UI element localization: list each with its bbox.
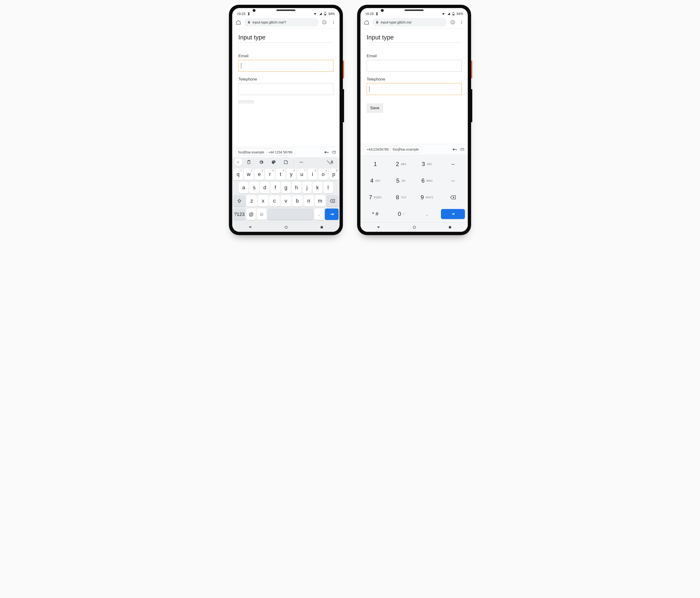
nav-keyboard-hide-icon[interactable]: [248, 225, 252, 229]
svg-point-5: [333, 21, 334, 21]
key-g[interactable]: g: [281, 182, 291, 193]
opkey[interactable]: .: [415, 207, 439, 221]
numkey-0[interactable]: 0+: [389, 207, 413, 221]
volume-button[interactable]: [343, 89, 344, 122]
key-e[interactable]: e3: [254, 169, 264, 180]
key-d[interactable]: d: [260, 182, 270, 193]
key-icon[interactable]: [452, 147, 457, 152]
palette-icon[interactable]: [268, 160, 279, 165]
space-key[interactable]: [441, 173, 465, 188]
svg-point-8: [325, 151, 326, 153]
key-z[interactable]: z: [247, 195, 257, 207]
svg-point-30: [461, 21, 462, 21]
key-v[interactable]: v: [281, 195, 291, 207]
autofill-chip[interactable]: +44123456789 foo@bar.example: [363, 146, 422, 153]
nav-recent-icon[interactable]: [320, 225, 324, 229]
key-b[interactable]: b: [292, 195, 302, 207]
key-n[interactable]: n: [303, 195, 314, 207]
volume-button[interactable]: [471, 89, 472, 122]
key-t[interactable]: t5: [276, 169, 285, 180]
svg-point-18: [274, 162, 275, 163]
telephone-field[interactable]: [239, 83, 333, 95]
key-q[interactable]: q1: [233, 169, 243, 180]
mic-off-icon[interactable]: [326, 160, 338, 165]
home-icon[interactable]: [235, 20, 242, 25]
autofill-chip[interactable]: foo@bar.example +44 1234 56789: [235, 149, 296, 156]
sticker-icon[interactable]: [280, 160, 292, 165]
page-title: Input type: [367, 34, 461, 43]
svg-point-16: [273, 161, 274, 161]
power-button[interactable]: [343, 60, 344, 78]
key-i[interactable]: i8: [308, 169, 318, 180]
space-key[interactable]: [267, 208, 314, 220]
key-x[interactable]: x: [258, 195, 268, 207]
key-y[interactable]: y6: [286, 169, 296, 180]
numkey-8[interactable]: 8TUV: [389, 190, 413, 205]
nav-keyboard-hide-icon[interactable]: [376, 225, 381, 229]
save-button[interactable]: Save: [367, 103, 383, 113]
key-l[interactable]: l: [323, 182, 333, 193]
numkey-2[interactable]: 2ABC: [389, 157, 413, 172]
numkey-1[interactable]: 1: [363, 157, 387, 172]
key-h[interactable]: h: [292, 182, 301, 193]
emoji-key[interactable]: ☺: [257, 208, 267, 220]
gear-icon[interactable]: [255, 160, 267, 165]
home-icon[interactable]: [363, 20, 370, 25]
key-s[interactable]: s: [249, 182, 259, 193]
key-m[interactable]: m: [315, 195, 325, 207]
opkey[interactable]: * #: [363, 207, 387, 221]
browser-toolbar: input-type.glitch.me/? :D: [232, 16, 340, 28]
nav-recent-icon[interactable]: [448, 225, 452, 229]
svg-point-32: [461, 23, 462, 24]
numkey-6[interactable]: 6MNO: [415, 173, 439, 188]
key-o[interactable]: o9: [318, 169, 328, 180]
more-icon[interactable]: [458, 20, 465, 24]
more-dots-icon[interactable]: [296, 160, 307, 165]
enter-key[interactable]: [325, 208, 339, 220]
key-p[interactable]: p0: [329, 169, 339, 180]
numkey-7[interactable]: 7PQRS: [363, 190, 387, 205]
address-bar[interactable]: input-type.glitch.me/?: [244, 18, 319, 27]
svg-point-20: [301, 162, 302, 163]
dino-icon[interactable]: :D: [321, 20, 328, 25]
nav-home-icon[interactable]: [412, 225, 417, 229]
symbols-key[interactable]: ?123: [233, 208, 246, 220]
email-field[interactable]: [239, 60, 333, 72]
key-a[interactable]: a: [239, 182, 248, 193]
dino-icon[interactable]: :D: [449, 20, 456, 25]
address-bar[interactable]: input-type.glitch.me: [372, 18, 447, 27]
key-j[interactable]: j: [302, 182, 312, 193]
key-c[interactable]: c: [269, 195, 280, 207]
backspace-key[interactable]: [326, 195, 339, 207]
key-k[interactable]: k: [313, 182, 322, 193]
enter-key[interactable]: [441, 209, 465, 219]
nav-home-icon[interactable]: [284, 225, 288, 229]
dot-key[interactable]: .: [315, 208, 324, 220]
opkey[interactable]: –: [441, 157, 465, 172]
key-w[interactable]: w2: [244, 169, 254, 180]
more-icon[interactable]: [330, 20, 337, 24]
key-r[interactable]: r4: [265, 169, 275, 180]
key-icon[interactable]: [324, 150, 329, 155]
save-button-peek: [239, 100, 254, 103]
shift-key[interactable]: [233, 195, 246, 207]
card-icon[interactable]: [331, 150, 337, 154]
telephone-field[interactable]: [367, 83, 461, 95]
card-icon[interactable]: [460, 148, 465, 151]
key-f[interactable]: f: [271, 182, 280, 193]
svg-point-6: [333, 22, 334, 23]
clipboard-icon[interactable]: [243, 160, 254, 165]
email-field[interactable]: [367, 60, 461, 72]
numkey-5[interactable]: 5JKL: [389, 173, 413, 188]
backspace-key[interactable]: [441, 190, 465, 205]
numkey-4[interactable]: 4GHI: [363, 173, 387, 188]
autofill-email: foo@bar.example: [393, 148, 419, 151]
numkey-9[interactable]: 9WXYZ: [415, 190, 439, 205]
power-button[interactable]: [471, 60, 472, 78]
wifi-icon: [313, 13, 317, 15]
key-u[interactable]: u7: [297, 169, 307, 180]
at-key[interactable]: @: [247, 208, 256, 220]
numkey-3[interactable]: 3DEF: [415, 157, 439, 172]
collapse-chevron-icon[interactable]: [234, 158, 242, 166]
wifi-icon: [442, 13, 445, 15]
